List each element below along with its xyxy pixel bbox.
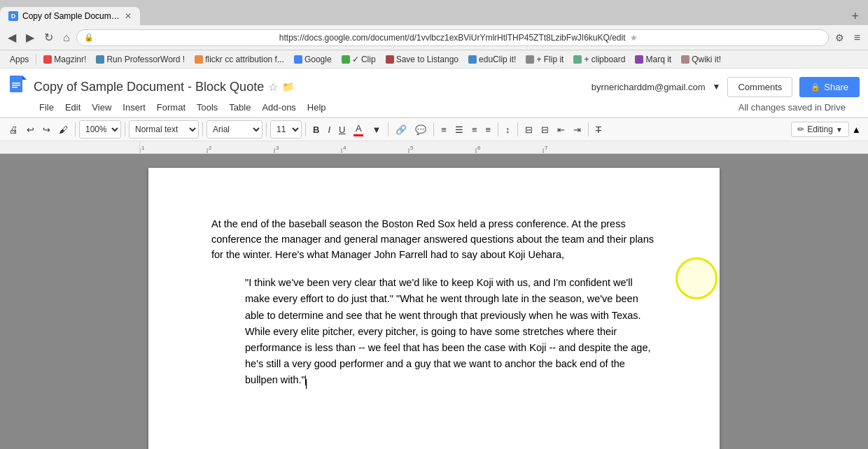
decrease-indent-button[interactable]: ⇤ — [554, 122, 568, 137]
url-bar[interactable]: 🔒 https://docs.google.com/document/d/1vv… — [76, 29, 829, 46]
align-right-button[interactable]: ≡ — [468, 122, 481, 137]
bookmark-listango[interactable]: Save to Listango — [382, 53, 463, 66]
menu-save-row: File Edit View Insert Format Tools Table… — [0, 99, 868, 117]
paragraph-1: At the end of the baseball season the Bo… — [211, 217, 657, 262]
comment-button[interactable]: 💬 — [412, 122, 430, 137]
bookmark-marqit[interactable]: Marq it — [631, 53, 676, 66]
comments-button[interactable]: Comments — [727, 77, 792, 97]
browser-chrome: D Copy of Sample Document - Block Quote … — [0, 0, 868, 69]
bullet-list-button[interactable]: ⊟ — [538, 122, 552, 137]
separator-7 — [433, 122, 434, 136]
bookmark-qwiki[interactable]: Qwiki it! — [677, 53, 725, 66]
menu-btn[interactable]: ≡ — [850, 30, 864, 45]
svg-text:6: 6 — [477, 145, 481, 151]
back-btn[interactable]: ◀ — [4, 29, 20, 45]
folder-icon[interactable]: 📁 — [282, 81, 294, 92]
svg-text:1: 1 — [141, 145, 145, 151]
bookmark-professorword[interactable]: Run ProfessorWord ! — [92, 53, 189, 66]
new-tab-btn[interactable]: + — [848, 8, 862, 25]
underline-button[interactable]: U — [335, 122, 349, 137]
separator-9 — [517, 122, 518, 136]
bookmark-flickr[interactable]: flickr cc attribution f... — [190, 53, 288, 66]
menu-insert[interactable]: Insert — [117, 99, 151, 115]
clear-formatting-button[interactable]: T̶ — [592, 122, 605, 137]
align-center-button[interactable]: ☰ — [451, 122, 467, 137]
justify-button[interactable]: ≡ — [482, 122, 494, 137]
numbered-list-button[interactable]: ⊟ — [522, 122, 536, 137]
star-icon[interactable]: ☆ — [268, 80, 278, 94]
extensions-btn[interactable]: ⚙ — [832, 30, 848, 45]
gdocs-header-right: byrnericharddm@gmail.com ▼ Comments 🔒 Sh… — [592, 77, 860, 97]
browser-actions: ⚙ ≡ — [832, 30, 864, 45]
document-page[interactable]: At the end of the baseball season the Bo… — [148, 168, 720, 449]
font-color-button[interactable]: A — [350, 121, 367, 138]
document-title[interactable]: Copy of Sample Document - Block Quote — [34, 80, 264, 94]
forward-btn[interactable]: ▶ — [22, 29, 38, 45]
undo-button[interactable]: ↩ — [23, 122, 38, 137]
editing-mode-select[interactable]: ✏ Editing ▼ — [791, 122, 849, 137]
bookmark-favicon — [635, 55, 643, 64]
bold-button[interactable]: B — [309, 122, 323, 137]
menu-view[interactable]: View — [86, 99, 117, 115]
reload-btn[interactable]: ↻ — [41, 29, 57, 45]
bookmark-label: + Flip it — [536, 55, 564, 64]
line-spacing-button[interactable]: ↕ — [502, 122, 514, 137]
text-cursor: | — [305, 376, 306, 386]
style-select[interactable]: Normal text Heading 1 Heading 2 Heading … — [129, 120, 199, 138]
bookmark-favicon — [96, 55, 104, 64]
format-paint-button[interactable]: 🖌 — [55, 122, 71, 137]
gdocs-menubar: File Edit View Insert Format Tools Table… — [34, 99, 332, 115]
bookmark-label: + clipboard — [584, 55, 625, 64]
bookmark-label: eduClip it! — [479, 55, 516, 64]
print-button[interactable]: 🖨 — [6, 122, 22, 137]
share-button[interactable]: 🔒 Share — [799, 77, 860, 97]
collapse-toolbar-button[interactable]: ▲ — [850, 123, 862, 136]
font-select[interactable]: Arial Times New Roman Courier New — [206, 120, 262, 138]
bookmark-google[interactable]: Google — [290, 53, 336, 66]
menu-addons[interactable]: Add-ons — [256, 99, 301, 115]
tab-close-btn[interactable]: ✕ — [125, 11, 132, 21]
align-left-button[interactable]: ≡ — [438, 122, 450, 137]
menu-file[interactable]: File — [34, 99, 59, 115]
highlight-button[interactable]: ▼ — [368, 122, 384, 137]
editing-mode-label: Editing — [807, 124, 833, 134]
bookmark-label: Run ProfessorWord ! — [106, 55, 185, 64]
font-color-indicator: A — [354, 123, 363, 136]
save-status-text: All changes saved in Drive — [738, 102, 846, 113]
increase-indent-button[interactable]: ⇥ — [570, 122, 584, 137]
separator-4 — [266, 122, 267, 136]
paragraph-1-text: At the end of the baseball season the Bo… — [211, 218, 654, 260]
svg-rect-3 — [12, 85, 20, 86]
redo-button[interactable]: ↪ — [39, 122, 54, 137]
active-tab[interactable]: D Copy of Sample Document - Block Quote … — [0, 7, 140, 25]
tab-title: Copy of Sample Document - Block Quote — [22, 11, 120, 21]
bookmark-clipboard[interactable]: + clipboard — [569, 53, 629, 66]
bookmark-educlip[interactable]: eduClip it! — [464, 53, 520, 66]
font-size-select[interactable]: 8910111214 — [270, 120, 302, 138]
document-area[interactable]: At the end of the baseball season the Bo… — [0, 154, 868, 449]
bookmark-magzinr[interactable]: Magzinr! — [39, 53, 90, 66]
menu-help[interactable]: Help — [302, 99, 332, 115]
ruler: 1 2 3 4 5 6 7 — [0, 141, 868, 154]
zoom-select[interactable]: 100% 75% 125% 150% — [79, 120, 121, 138]
menu-table[interactable]: Table — [223, 99, 256, 115]
menu-edit[interactable]: Edit — [59, 99, 86, 115]
bookmark-flipit[interactable]: + Flip it — [522, 53, 568, 66]
bookmark-apps[interactable]: Apps — [6, 53, 33, 66]
gdocs-header: Copy of Sample Document - Block Quote ☆ … — [0, 69, 868, 117]
tab-favicon: D — [8, 11, 18, 21]
gdocs-toolbar: 🖨 ↩ ↪ 🖌 100% 75% 125% 150% Normal text H… — [0, 117, 868, 141]
share-label: Share — [824, 82, 848, 92]
bookmark-favicon — [342, 55, 350, 64]
gdocs-title-bar: Copy of Sample Document - Block Quote ☆ … — [0, 69, 868, 99]
menu-format[interactable]: Format — [151, 99, 191, 115]
home-btn[interactable]: ⌂ — [59, 30, 74, 45]
user-email[interactable]: byrnericharddm@gmail.com — [592, 82, 706, 92]
separator-2 — [125, 122, 125, 136]
italic-button[interactable]: I — [324, 122, 334, 137]
bookmark-clip[interactable]: ✓ Clip — [337, 53, 380, 66]
svg-text:3: 3 — [276, 145, 279, 151]
link-button[interactable]: 🔗 — [392, 122, 410, 137]
menu-tools[interactable]: Tools — [191, 99, 223, 115]
svg-marker-1 — [22, 76, 27, 80]
